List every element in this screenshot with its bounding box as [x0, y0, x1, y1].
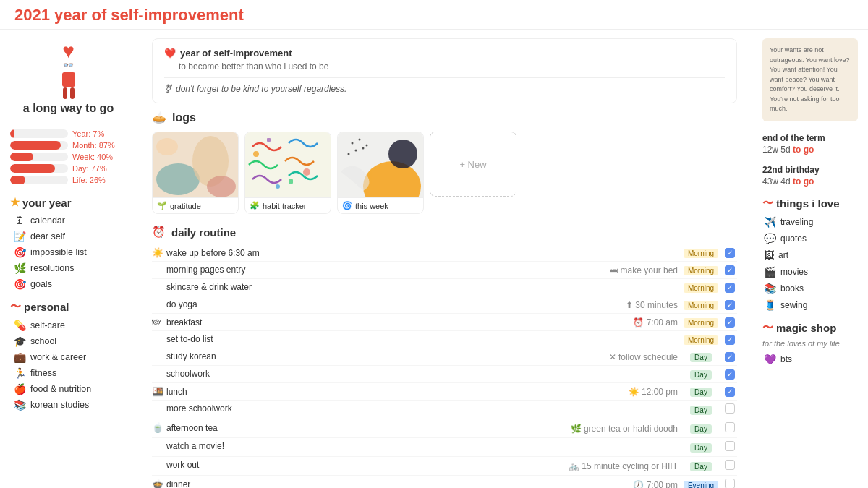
sidebar-item-label: calendar — [30, 215, 65, 226]
routine-check-cell[interactable]: ✓ — [723, 331, 737, 348]
routine-checkbox[interactable]: ✓ — [725, 300, 735, 310]
tilde-icon-magic: 〜 — [762, 321, 773, 335]
log-card-habit[interactable]: 🧩 habit tracker — [244, 132, 331, 214]
routine-name: skincare & drink water — [166, 282, 252, 292]
log-card-week[interactable]: 🌀 this week — [337, 132, 424, 214]
routine-tag: Day — [690, 388, 712, 397]
routine-note-cell — [412, 438, 679, 457]
routine-name-cell: 🍱 lunch — [152, 383, 412, 400]
routine-check-cell[interactable] — [723, 457, 737, 476]
routine-check-cell[interactable]: ✓ — [723, 348, 737, 366]
routine-checkbox[interactable]: ✓ — [725, 369, 735, 380]
sidebar-item-self-care[interactable]: 💊 self-care — [10, 318, 127, 333]
routine-checkbox[interactable]: ✓ — [725, 387, 735, 397]
sidebar-item-fitness[interactable]: 🏃 fitness — [10, 366, 127, 380]
routine-checkbox[interactable] — [725, 460, 735, 470]
routine-name: afternoon tea — [166, 423, 218, 433]
routine-check-cell[interactable]: ✓ — [723, 296, 737, 314]
page-title: 2021 year of self-improvement — [14, 6, 854, 25]
log-card-gratitude[interactable]: 🌱 gratitude — [152, 132, 239, 214]
routine-tag-cell: Morning — [679, 279, 723, 296]
sidebar-item-label: dear self — [30, 231, 65, 241]
routine-checkbox[interactable] — [725, 479, 735, 488]
routine-check-cell[interactable] — [723, 401, 737, 419]
avatar-legs — [63, 87, 75, 99]
routine-tag-cell: Evening — [679, 476, 723, 489]
avatar-leg-right — [70, 87, 75, 99]
love-item-quotes[interactable]: 💬 quotes — [762, 231, 858, 246]
routine-name-cell: set to-do list — [152, 331, 412, 347]
sidebar-item-label: work & career — [30, 352, 86, 362]
sidebar-item-label: self-care — [30, 320, 65, 330]
routine-row-icon: 🍽 — [152, 317, 163, 328]
routine-checkbox[interactable]: ✓ — [725, 352, 735, 362]
sidebar-item-icon: 🎯 — [13, 247, 26, 258]
log-card-img-habit — [245, 132, 331, 197]
progress-bar-fill — [10, 164, 55, 173]
routine-name: morning pages entry — [166, 265, 245, 275]
routine-checkbox[interactable]: ✓ — [725, 335, 735, 345]
sidebar-item-label: korean studies — [30, 400, 89, 410]
routine-check-cell[interactable]: ✓ — [723, 314, 737, 331]
sidebar-item-school[interactable]: 🎓 school — [10, 334, 127, 348]
progress-bar-bg — [10, 129, 68, 138]
sidebar-item-food-&-nutrition[interactable]: 🍎 food & nutrition — [10, 382, 127, 396]
routine-checkbox[interactable] — [725, 403, 735, 414]
routine-check-cell[interactable]: ✓ — [723, 244, 737, 262]
things-i-love-title: 〜 things i love — [762, 197, 858, 210]
routine-tag: Day — [690, 370, 712, 380]
routine-check-cell[interactable] — [723, 438, 737, 457]
love-item-icon: 🧵 — [764, 299, 776, 311]
sidebar-item-label: resolutions — [30, 263, 74, 273]
sidebar-item-impossible-list[interactable]: 🎯 impossible list — [10, 245, 127, 260]
routine-checkbox[interactable] — [725, 441, 735, 451]
progress-bar-fill — [10, 176, 25, 184]
avatar-leg-left — [63, 87, 67, 99]
routine-check-cell[interactable] — [723, 476, 737, 489]
love-item-sewing[interactable]: 🧵 sewing — [762, 298, 858, 312]
sidebar-item-dear-self[interactable]: 📝 dear self — [10, 229, 127, 244]
page-wrapper: 2021 year of self-improvement ♥ 👓 — [0, 0, 868, 488]
love-item-movies[interactable]: 🎬 movies — [762, 265, 858, 279]
routine-check-cell[interactable]: ✓ — [723, 279, 737, 296]
routine-checkbox[interactable]: ✓ — [725, 283, 735, 293]
routine-name: breakfast — [166, 317, 202, 328]
routine-header: ⏰ daily routine — [152, 226, 737, 239]
avatar-section: ♥ 👓 a long way to go — [10, 41, 127, 122]
routine-check-cell[interactable]: ✓ — [723, 383, 737, 401]
love-item-art[interactable]: 🖼 art — [762, 248, 858, 262]
svg-point-6 — [253, 151, 259, 157]
sidebar-item-calendar[interactable]: 🗓 calendar — [10, 213, 127, 228]
new-card[interactable]: + New — [430, 132, 516, 197]
routine-name: lunch — [166, 387, 187, 397]
logs-grid: 🌱 gratitude — [152, 132, 737, 214]
routine-name-cell: more schoolwork — [152, 401, 412, 416]
progress-bar-fill — [10, 153, 33, 161]
goal-title: ❤️ year of self-improvement — [164, 48, 725, 59]
routine-tag-cell: Day — [679, 348, 723, 366]
svg-point-18 — [362, 147, 365, 150]
routine-checkbox[interactable] — [725, 422, 735, 432]
love-item-label: quotes — [780, 234, 807, 244]
routine-checkbox[interactable]: ✓ — [725, 248, 735, 258]
svg-rect-10 — [267, 138, 271, 142]
routine-name: wake up before 6:30 am — [166, 248, 260, 258]
routine-checkbox[interactable]: ✓ — [725, 317, 735, 328]
routine-check-cell[interactable] — [723, 419, 737, 438]
gratitude-icon: 🌱 — [157, 201, 167, 210]
magic-item-bts[interactable]: 💜 bts — [762, 352, 858, 367]
routine-check-cell[interactable]: ✓ — [723, 366, 737, 383]
svg-point-4 — [156, 138, 178, 155]
sidebar-item-goals[interactable]: 🎯 goals — [10, 277, 127, 291]
love-item-traveling[interactable]: ✈️ traveling — [762, 215, 858, 229]
routine-checkbox[interactable]: ✓ — [725, 265, 735, 275]
sidebar-item-korean-studies[interactable]: 📚 korean studies — [10, 398, 127, 412]
routine-check-cell[interactable]: ✓ — [723, 262, 737, 279]
svg-point-17 — [355, 150, 357, 152]
routine-name-cell: study korean — [152, 348, 412, 364]
love-item-label: movies — [780, 267, 808, 277]
routine-tag: Morning — [684, 249, 718, 258]
sidebar-item-resolutions[interactable]: 🌿 resolutions — [10, 261, 127, 275]
sidebar-item-work-&-career[interactable]: 💼 work & career — [10, 350, 127, 364]
love-item-books[interactable]: 📚 books — [762, 281, 858, 296]
